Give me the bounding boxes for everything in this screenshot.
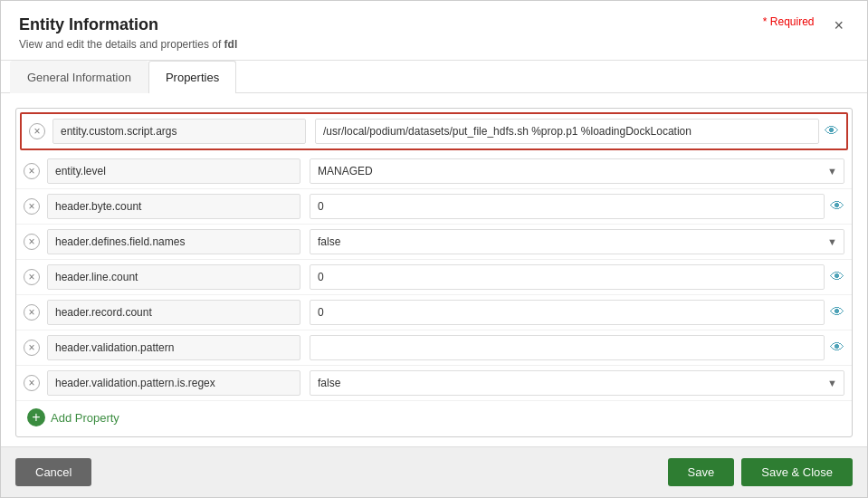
prop-key-0: entity.custom.script.args <box>52 119 306 144</box>
prop-value-wrap-4: 👁 <box>310 264 844 290</box>
close-button[interactable]: × <box>828 15 849 35</box>
footer-right: Save Save & Close <box>668 458 853 486</box>
remove-button-6[interactable]: × <box>24 340 40 356</box>
property-row-3: × header.defines.field.names false true … <box>16 225 852 260</box>
modal-body: × entity.custom.script.args 👁 × entity.l… <box>1 93 867 446</box>
select-wrapper-3: false true ▼ <box>310 229 844 254</box>
tab-properties[interactable]: Properties <box>148 61 236 93</box>
prop-key-2: header.byte.count <box>47 194 300 219</box>
prop-value-input-2[interactable] <box>310 194 825 219</box>
property-row-5: × header.record.count 👁 <box>16 295 852 330</box>
prop-key-6: header.validation.pattern <box>47 335 300 360</box>
eye-icon-4[interactable]: 👁 <box>830 269 844 285</box>
property-row-0: × entity.custom.script.args 👁 <box>20 112 848 150</box>
prop-value-select-3[interactable]: false true <box>310 229 844 254</box>
prop-value-input-0[interactable] <box>315 119 819 144</box>
remove-button-4[interactable]: × <box>24 269 40 285</box>
modal-title: Entity Information <box>19 15 237 34</box>
prop-value-wrap-6: 👁 <box>310 335 844 360</box>
prop-value-wrap-2: 👁 <box>310 194 844 219</box>
modal-overlay: Entity Information View and edit the det… <box>0 0 868 498</box>
add-icon: + <box>27 408 45 426</box>
property-row-7: × header.validation.pattern.is.regex fal… <box>16 366 852 401</box>
remove-button-3[interactable]: × <box>24 234 40 250</box>
save-close-button[interactable]: Save & Close <box>741 458 853 486</box>
add-property-label: Add Property <box>51 411 119 425</box>
property-row-4: × header.line.count 👁 <box>16 260 852 295</box>
prop-key-3: header.defines.field.names <box>47 229 300 254</box>
remove-button-7[interactable]: × <box>24 375 40 391</box>
remove-button-0[interactable]: × <box>29 123 45 139</box>
eye-icon-0[interactable]: 👁 <box>825 123 839 139</box>
property-row-2: × header.byte.count 👁 <box>16 189 852 225</box>
eye-icon-2[interactable]: 👁 <box>830 198 844 215</box>
tab-general-information[interactable]: General Information <box>10 61 148 93</box>
property-row-1: × entity.level MANAGED EXTERNAL ▼ <box>16 154 852 189</box>
prop-value-wrap-1: MANAGED EXTERNAL ▼ <box>310 158 844 184</box>
prop-value-wrap-7: false true ▼ <box>310 370 844 396</box>
remove-button-1[interactable]: × <box>24 163 40 179</box>
prop-value-wrap-3: false true ▼ <box>310 229 844 254</box>
prop-key-7: header.validation.pattern.is.regex <box>47 370 300 396</box>
modal-subtitle: View and edit the details and properties… <box>19 38 237 51</box>
eye-icon-6[interactable]: 👁 <box>830 340 844 356</box>
subtitle-entity: fdl <box>224 38 238 51</box>
prop-value-wrap-5: 👁 <box>310 300 844 325</box>
modal-header-left: Entity Information View and edit the det… <box>19 15 237 51</box>
prop-key-5: header.record.count <box>47 300 300 325</box>
prop-value-select-7[interactable]: false true <box>310 370 844 396</box>
prop-value-select-1[interactable]: MANAGED EXTERNAL <box>310 158 844 184</box>
prop-key-4: header.line.count <box>47 264 300 290</box>
header-right: * Required × <box>763 15 849 35</box>
prop-value-input-6[interactable] <box>310 335 825 360</box>
prop-key-1: entity.level <box>47 158 300 184</box>
modal-footer: Cancel Save Save & Close <box>1 446 867 497</box>
remove-button-2[interactable]: × <box>24 198 40 215</box>
select-wrapper-7: false true ▼ <box>310 370 844 396</box>
subtitle-prefix: View and edit the details and properties… <box>19 38 221 51</box>
prop-value-input-4[interactable] <box>310 264 825 290</box>
prop-value-wrap-0: 👁 <box>315 119 839 144</box>
property-row-6: × header.validation.pattern 👁 <box>16 330 852 366</box>
remove-button-5[interactable]: × <box>24 304 40 321</box>
tabs-bar: General Information Properties <box>1 61 867 93</box>
save-button[interactable]: Save <box>668 458 735 486</box>
cancel-button[interactable]: Cancel <box>15 458 91 486</box>
select-wrapper-1: MANAGED EXTERNAL ▼ <box>310 158 844 184</box>
prop-value-input-5[interactable] <box>310 300 825 325</box>
properties-list: × entity.custom.script.args 👁 × entity.l… <box>15 108 853 437</box>
modal-header: Entity Information View and edit the det… <box>1 1 867 61</box>
eye-icon-5[interactable]: 👁 <box>830 304 844 321</box>
required-label: * Required <box>763 15 815 28</box>
add-property-row[interactable]: + Add Property <box>16 401 852 434</box>
entity-information-modal: Entity Information View and edit the det… <box>0 0 868 498</box>
